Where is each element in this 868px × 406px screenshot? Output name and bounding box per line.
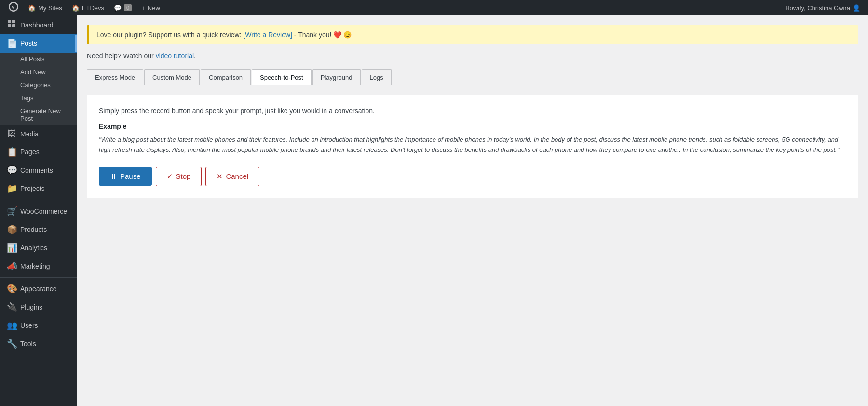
dashboard-icon — [7, 19, 16, 30]
projects-icon: 📁 — [7, 183, 16, 194]
sidebar-item-products[interactable]: 📦 Products — [0, 220, 77, 239]
sidebar-item-comments-label: Comments — [20, 166, 53, 174]
example-text: "Write a blog post about the latest mobi… — [99, 135, 846, 155]
wp-logo-button[interactable] — [4, 0, 23, 15]
sidebar-item-plugins-label: Plugins — [20, 303, 42, 311]
user-avatar: 👤 — [853, 4, 860, 12]
sidebar-item-posts-label: Posts — [20, 40, 37, 47]
user-info: Howdy, Christina Gwira 👤 — [785, 4, 864, 12]
users-icon: 👥 — [7, 320, 16, 331]
appearance-icon: 🎨 — [7, 284, 16, 294]
sidebar-item-tools-label: Tools — [20, 340, 36, 348]
svg-rect-0 — [8, 20, 11, 23]
sidebar-item-media[interactable]: 🖼 Media — [0, 125, 77, 143]
sidebar-item-projects-label: Projects — [20, 185, 45, 192]
sidebar-item-marketing-label: Marketing — [20, 262, 50, 270]
tools-icon: 🔧 — [7, 338, 16, 349]
tab-playground[interactable]: Playground — [312, 69, 361, 85]
sidebar: Dashboard 📄 Posts All Posts Add New Cate… — [0, 15, 77, 406]
sidebar-item-products-label: Products — [20, 226, 47, 233]
admin-bar: 🏠 My Sites 🏠 ETDevs 💬 0 + New Howdy, Chr… — [0, 0, 868, 15]
posts-submenu: All Posts Add New Categories Tags Genera… — [0, 53, 77, 125]
comment-icon: 💬 — [114, 4, 122, 12]
my-sites-button[interactable]: 🏠 My Sites — [23, 0, 67, 15]
sidebar-item-pages-label: Pages — [20, 148, 40, 156]
posts-icon: 📄 — [7, 38, 16, 49]
tab-logs[interactable]: Logs — [362, 69, 392, 85]
user-greeting: Howdy, Christina Gwira — [785, 4, 850, 12]
sidebar-item-woocommerce[interactable]: 🛒 WooCommerce — [0, 202, 77, 220]
wp-logo-icon — [9, 2, 18, 14]
write-review-link[interactable]: [Write a Review] — [243, 31, 292, 39]
sidebar-item-analytics[interactable]: 📊 Analytics — [0, 239, 77, 257]
comments-button[interactable]: 💬 0 — [109, 0, 136, 15]
video-tutorial-link[interactable]: video tutorial — [156, 52, 194, 60]
stop-check-icon: ✓ — [167, 172, 173, 181]
submenu-add-new[interactable]: Add New — [0, 66, 77, 79]
cancel-label: Cancel — [226, 172, 248, 180]
notice-banner: Love our plugin? Support us with a quick… — [87, 25, 858, 44]
sidebar-item-users-label: Users — [20, 322, 38, 329]
sidebar-item-plugins[interactable]: 🔌 Plugins — [0, 298, 77, 316]
tab-custom-mode[interactable]: Custom Mode — [144, 69, 200, 85]
sidebar-separator-1 — [0, 200, 77, 200]
sidebar-item-comments[interactable]: 💬 Comments — [0, 161, 77, 179]
media-icon: 🖼 — [7, 129, 16, 139]
sidebar-item-analytics-label: Analytics — [20, 244, 47, 252]
pages-icon: 📋 — [7, 147, 16, 157]
submenu-generate-new-post[interactable]: Generate New Post — [0, 105, 77, 125]
sidebar-item-appearance-label: Appearance — [20, 285, 57, 293]
analytics-icon: 📊 — [7, 243, 16, 253]
description-text: Simply press the record button and speak… — [99, 107, 846, 115]
sidebar-item-posts[interactable]: 📄 Posts — [0, 34, 77, 53]
sidebar-item-woocommerce-label: WooCommerce — [20, 207, 67, 215]
pause-label: Pause — [120, 172, 141, 180]
help-text-before: Need help? Watch our — [87, 52, 156, 60]
tab-comparison[interactable]: Comparison — [201, 69, 251, 85]
sidebar-item-appearance[interactable]: 🎨 Appearance — [0, 280, 77, 298]
sidebar-item-marketing[interactable]: 📣 Marketing — [0, 257, 77, 275]
tabs-container: Express Mode Custom Mode Comparison Spee… — [87, 69, 858, 85]
site-home-icon: 🏠 — [72, 4, 80, 12]
sidebar-item-dashboard-label: Dashboard — [20, 21, 54, 29]
sidebar-separator-2 — [0, 277, 77, 278]
stop-label: Stop — [176, 172, 191, 180]
marketing-icon: 📣 — [7, 261, 16, 271]
notice-text-before: Love our plugin? Support us with a quick… — [96, 31, 243, 39]
sidebar-item-users[interactable]: 👥 Users — [0, 316, 77, 335]
submenu-tags[interactable]: Tags — [0, 92, 77, 105]
sidebar-item-dashboard[interactable]: Dashboard — [0, 15, 77, 34]
action-buttons: ⏸ Pause ✓ Stop ✕ Cancel — [99, 167, 846, 186]
help-text: Need help? Watch our video tutorial. — [87, 52, 858, 60]
example-label: Example — [99, 122, 846, 130]
sidebar-item-media-label: Media — [20, 130, 39, 138]
woocommerce-icon: 🛒 — [7, 206, 16, 217]
cancel-x-icon: ✕ — [217, 172, 223, 181]
cancel-button[interactable]: ✕ Cancel — [205, 167, 259, 186]
pause-button[interactable]: ⏸ Pause — [99, 167, 152, 186]
sidebar-item-projects[interactable]: 📁 Projects — [0, 179, 77, 198]
sidebar-item-tools[interactable]: 🔧 Tools — [0, 335, 77, 353]
submenu-all-posts[interactable]: All Posts — [0, 53, 77, 66]
products-icon: 📦 — [7, 224, 16, 235]
svg-rect-2 — [8, 24, 11, 27]
sidebar-item-pages[interactable]: 📋 Pages — [0, 143, 77, 161]
site-name-label: ETDevs — [82, 4, 104, 12]
tab-speech-to-post[interactable]: Speech-to-Post — [252, 69, 312, 85]
my-sites-label: My Sites — [38, 4, 62, 12]
plus-icon: + — [141, 4, 145, 12]
stop-button[interactable]: ✓ Stop — [156, 167, 202, 186]
svg-rect-3 — [12, 24, 15, 27]
comments-sidebar-icon: 💬 — [7, 165, 16, 176]
new-content-button[interactable]: + New — [136, 0, 165, 15]
notice-text-after: - Thank you! ❤️ 😊 — [292, 31, 352, 39]
submenu-categories[interactable]: Categories — [0, 79, 77, 92]
plugins-icon: 🔌 — [7, 302, 16, 312]
site-name-button[interactable]: 🏠 ETDevs — [67, 0, 109, 15]
comment-count: 0 — [124, 4, 132, 11]
main-content: Love our plugin? Support us with a quick… — [77, 15, 868, 406]
new-label: New — [148, 4, 160, 12]
tab-express-mode[interactable]: Express Mode — [87, 69, 143, 85]
help-text-after: . — [194, 52, 196, 60]
home-icon: 🏠 — [28, 4, 36, 12]
